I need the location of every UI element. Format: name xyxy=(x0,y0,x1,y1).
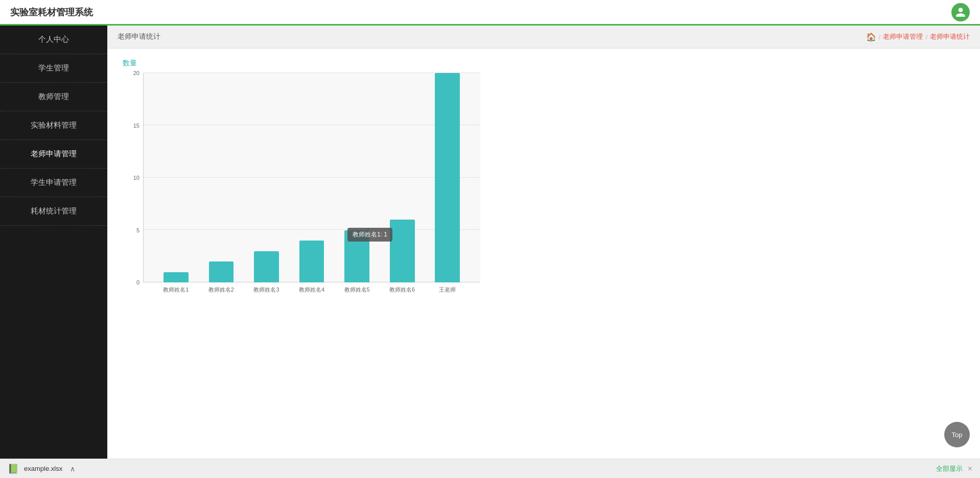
breadcrumb: 🏠 / 老师申请管理 / 老师申请统计 xyxy=(866,32,970,42)
main-layout: 个人中心 学生管理 教师管理 实验材料管理 老师申请管理 学生申请管理 耗材统计… xyxy=(0,26,980,459)
bar-2[interactable] xyxy=(254,251,279,283)
file-icon: 📗 xyxy=(8,463,19,474)
user-avatar[interactable] xyxy=(951,3,970,21)
x-label-6: 王老师 xyxy=(425,283,470,298)
footer-collapse-button[interactable]: ∧ xyxy=(70,465,75,473)
bars-area xyxy=(143,73,480,282)
chart-y-axis-label: 数量 xyxy=(123,59,965,68)
breadcrumb-current: 老师申请统计 xyxy=(930,32,970,41)
bar-group-2[interactable] xyxy=(244,73,289,282)
sidebar-item-student-apply-management[interactable]: 学生申请管理 xyxy=(0,169,107,197)
y-tick-20: 20 xyxy=(133,70,139,76)
header: 实验室耗材管理系统 xyxy=(0,0,980,26)
x-label-1: 教师姓名2 xyxy=(199,283,244,298)
y-tick-15: 15 xyxy=(133,123,139,129)
bar-6[interactable] xyxy=(435,73,460,282)
chart-container: 05101520 教师姓名1教师姓名2教师姓名3教师姓名4教师姓名5教师姓名6王… xyxy=(123,73,480,298)
bar-0[interactable] xyxy=(164,272,189,283)
bar-4[interactable] xyxy=(344,230,369,283)
back-to-top-label: Top xyxy=(952,431,963,439)
x-label-4: 教师姓名5 xyxy=(334,283,380,298)
breadcrumb-link-teacher-apply[interactable]: 老师申请管理 xyxy=(883,32,923,41)
sidebar-item-personal-center[interactable]: 个人中心 xyxy=(0,26,107,54)
bar-group-0[interactable] xyxy=(153,73,199,282)
back-to-top-button[interactable]: Top xyxy=(944,422,970,447)
content-area: 老师申请统计 🏠 / 老师申请管理 / 老师申请统计 数量 05101520 xyxy=(107,26,980,459)
y-tick-0: 0 xyxy=(136,279,139,285)
bar-group-6[interactable] xyxy=(425,73,470,282)
bar-1[interactable] xyxy=(209,261,234,282)
x-label-2: 教师姓名3 xyxy=(244,283,289,298)
x-label-5: 教师姓名6 xyxy=(380,283,425,298)
y-tick-5: 5 xyxy=(136,227,139,233)
y-tick-10: 10 xyxy=(133,175,139,181)
home-icon[interactable]: 🏠 xyxy=(866,32,876,42)
page-title: 老师申请统计 xyxy=(118,32,160,41)
breadcrumb-sep-1: / xyxy=(879,33,881,41)
show-all-button[interactable]: 全部显示 xyxy=(936,464,963,473)
bar-group-3[interactable] xyxy=(289,73,335,282)
sidebar-item-material-management[interactable]: 实验材料管理 xyxy=(0,111,107,140)
x-labels: 教师姓名1教师姓名2教师姓名3教师姓名4教师姓名5教师姓名6王老师 xyxy=(143,283,480,298)
footer-filename: example.xlsx xyxy=(24,465,62,472)
sidebar-item-teacher-apply-management[interactable]: 老师申请管理 xyxy=(0,140,107,169)
sidebar-item-consumable-stats-management[interactable]: 耗材统计管理 xyxy=(0,197,107,226)
breadcrumb-sep-2: / xyxy=(925,33,927,41)
bar-3[interactable] xyxy=(299,241,324,282)
bar-group-4[interactable] xyxy=(334,73,380,282)
sidebar-item-teacher-management[interactable]: 教师管理 xyxy=(0,83,107,111)
x-label-3: 教师姓名4 xyxy=(289,283,335,298)
footer-bar: 📗 example.xlsx ∧ 全部显示 × xyxy=(0,459,980,478)
bar-5[interactable] xyxy=(390,220,415,282)
breadcrumb-bar: 老师申请统计 🏠 / 老师申请管理 / 老师申请统计 xyxy=(107,26,980,49)
y-axis: 05101520 xyxy=(123,73,142,282)
sidebar-item-student-management[interactable]: 学生管理 xyxy=(0,54,107,83)
bar-group-1[interactable] xyxy=(199,73,244,282)
app-title: 实验室耗材管理系统 xyxy=(10,6,93,18)
sidebar: 个人中心 学生管理 教师管理 实验材料管理 老师申请管理 学生申请管理 耗材统计… xyxy=(0,26,107,459)
x-label-0: 教师姓名1 xyxy=(153,283,199,298)
footer-close-button[interactable]: × xyxy=(968,464,972,473)
chart-area: 数量 05101520 教师姓名1教师姓名2教师姓名3教师姓名4教师姓名5教 xyxy=(107,49,980,459)
bar-group-5[interactable] xyxy=(380,73,425,282)
